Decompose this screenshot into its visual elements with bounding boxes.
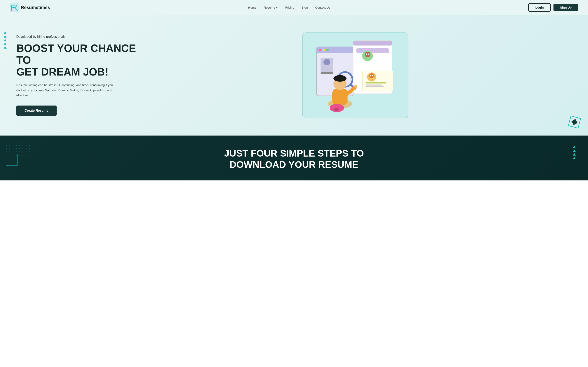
nav-home[interactable]: Home	[248, 6, 256, 9]
arrow-icon-3	[4, 39, 7, 41]
dot-11	[16, 145, 17, 146]
svg-rect-35	[334, 108, 339, 111]
dot-3	[16, 142, 17, 142]
nav-links: Home Resume ▾ Pricing Blog Contact Us	[248, 6, 330, 9]
create-resume-button[interactable]: Create Resume	[16, 106, 57, 116]
dot-16	[6, 148, 7, 149]
svg-rect-18	[362, 71, 393, 91]
svg-point-3	[319, 49, 321, 51]
diamond-inner	[571, 119, 578, 125]
dot-12	[19, 145, 20, 146]
login-button[interactable]: Login	[528, 3, 551, 12]
dot-18	[13, 148, 14, 149]
dot-13	[23, 145, 23, 146]
hero-tagline: Developed by hiring professionals.	[16, 35, 139, 39]
steps-section: // dots rendered below JUST FOUR SIMPLE …	[0, 135, 588, 180]
hero-title: BOOST YOUR CHANCE TO GET DREAM JOB!	[16, 42, 139, 78]
svg-rect-2	[316, 47, 353, 53]
svg-rect-25	[366, 84, 382, 85]
svg-rect-8	[321, 72, 333, 74]
nav-pricing[interactable]: Pricing	[285, 6, 294, 9]
nav-blog[interactable]: Blog	[302, 6, 308, 9]
svg-point-15	[366, 53, 367, 55]
arrow-right-2	[573, 150, 576, 152]
arrow-right-3	[573, 153, 576, 156]
arrow-icon-2	[4, 35, 7, 38]
dot-24	[6, 151, 7, 152]
nav-resume[interactable]: Resume ▾	[264, 6, 278, 9]
arrow-icon-1	[4, 32, 7, 34]
hero-section: Developed by hiring professionals. BOOST…	[0, 15, 588, 135]
arrow-icon-5	[4, 46, 7, 49]
svg-rect-12	[356, 48, 389, 53]
nav-contact[interactable]: Contact Us	[315, 6, 330, 9]
dot-15	[29, 145, 30, 146]
navbar: Resumetimes Home Resume ▾ Pricing Blog C…	[0, 0, 588, 15]
chevron-down-icon: ▾	[276, 6, 278, 9]
svg-point-33	[354, 84, 357, 88]
dot-9	[9, 145, 10, 146]
dot-25	[9, 151, 10, 152]
dot-5	[23, 142, 23, 142]
dot-0	[6, 142, 7, 142]
deco-square-outline	[6, 154, 17, 166]
svg-rect-26	[366, 86, 384, 87]
hero-content: Developed by hiring professionals. BOOST…	[16, 35, 139, 116]
steps-title: JUST FOUR SIMPLE STEPS TO DOWNLOAD YOUR …	[16, 148, 572, 170]
svg-rect-30	[332, 89, 348, 105]
svg-point-16	[368, 53, 369, 55]
logo-link[interactable]: Resumetimes	[10, 3, 50, 12]
dot-4	[19, 142, 20, 142]
nav-buttons: Login Sign Up	[528, 3, 578, 12]
dot-7	[29, 142, 30, 142]
svg-point-21	[370, 75, 371, 76]
svg-point-17	[366, 55, 369, 57]
hero-description: Resume writing can be stressful, confusi…	[16, 83, 114, 98]
arrow-icon-4	[4, 42, 7, 45]
arrow-right-4	[573, 157, 576, 159]
hero-illustration	[139, 33, 572, 118]
dot-17	[9, 148, 10, 149]
deco-arrows-right	[573, 146, 576, 159]
dot-8	[6, 145, 7, 146]
svg-point-23	[370, 76, 373, 78]
hero-svg-illustration	[304, 34, 406, 116]
signup-button[interactable]: Sign Up	[554, 4, 578, 11]
arrow-right-1	[573, 146, 576, 148]
dot-10	[13, 145, 14, 146]
svg-point-32	[333, 75, 347, 82]
dot-14	[26, 145, 26, 146]
deco-arrows-left	[4, 32, 7, 49]
svg-point-4	[323, 49, 325, 51]
dot-26	[13, 151, 14, 152]
logo-text: Resumetimes	[21, 5, 50, 10]
svg-point-22	[372, 75, 373, 76]
dot-1	[9, 142, 10, 142]
svg-rect-24	[366, 82, 386, 83]
dot-2	[13, 142, 14, 142]
illustration-card	[302, 33, 409, 118]
svg-point-7	[324, 59, 330, 65]
svg-rect-10	[353, 41, 392, 46]
logo-icon	[10, 3, 19, 12]
svg-point-5	[326, 49, 329, 51]
dot-6	[26, 142, 26, 142]
